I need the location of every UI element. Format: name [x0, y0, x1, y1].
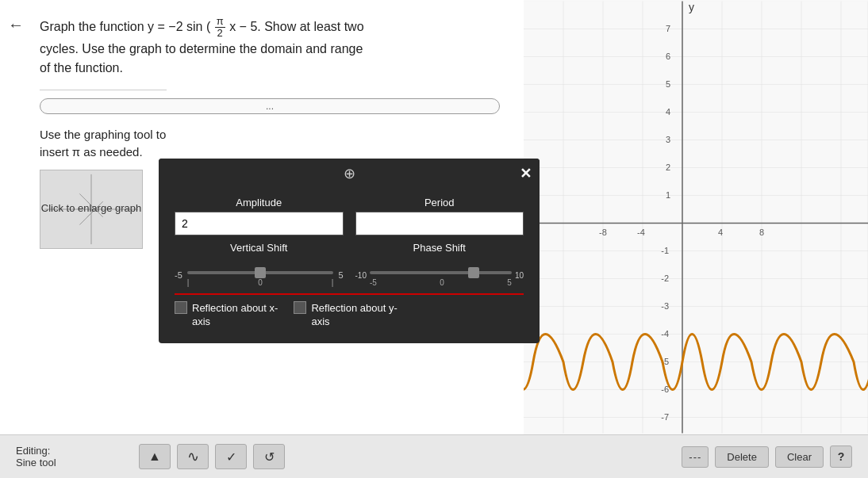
open-paren: ( — [206, 20, 210, 33]
graph-svg: y 1 2 3 4 5 6 7 -1 -2 -3 -4 -5 -6 -7 -4 … — [524, 0, 868, 434]
period-field: Period — [355, 197, 524, 235]
wave-tool-button[interactable]: ∿ — [177, 444, 209, 469]
graph-thumbnail[interactable]: Click to enlarge graph — [40, 170, 143, 249]
y-axis-label: y — [689, 1, 694, 13]
back-button[interactable]: ← — [8, 16, 24, 34]
check-icon: ✓ — [226, 449, 236, 465]
ps-tick-neg5: -5 — [370, 278, 377, 287]
y-tick-6: 6 — [666, 52, 670, 61]
ps-tick-5: 5 — [507, 278, 512, 287]
period-input[interactable] — [355, 212, 524, 235]
sine-tool-text: Sine tool — [16, 457, 79, 468]
y-tick-neg7: -7 — [661, 412, 669, 422]
amplitude-label: Amplitude — [175, 197, 344, 208]
left-panel: ← Graph the function y = −2 sin ( π 2 x … — [0, 0, 524, 434]
reflection-y-item: Reflection about y- axis — [294, 301, 397, 327]
y-tick-7: 7 — [666, 24, 670, 33]
reflection-x-label: Reflection about x- — [192, 302, 278, 314]
x-tick-neg4: -4 — [637, 228, 645, 237]
vertical-shift-slider[interactable] — [187, 271, 334, 274]
period-label: Period — [355, 197, 524, 208]
modal-close-button[interactable]: ✕ — [520, 165, 532, 182]
reflection-y-label: Reflection about y- — [311, 302, 397, 314]
y-tick-3: 3 — [666, 135, 670, 144]
modal-move-icon[interactable]: ⊕ — [344, 165, 355, 182]
x-tick-4: 4 — [718, 228, 723, 237]
editing-label: Editing: Sine tool — [16, 445, 79, 468]
amplitude-period-row: Amplitude Period — [175, 197, 524, 235]
y-tick-neg4: -4 — [661, 329, 669, 338]
bottom-toolbar: Editing: Sine tool ▲ ∿ ✓ ↺ --- Delete Cl… — [0, 434, 868, 478]
reflection-x-item: Reflection about x- axis — [175, 301, 278, 327]
problem-text-part2: x − 5. Show at least two — [229, 20, 363, 33]
ps-tick-0: 0 — [440, 278, 444, 287]
use-graphing-text: Use the graphing tool to insert π as nee… — [40, 126, 500, 162]
phase-shift-label-field: Phase Shift — [355, 242, 524, 257]
rotate-tool-button[interactable]: ↺ — [253, 444, 285, 469]
y-tick-1: 1 — [666, 190, 670, 200]
checkbox-row: Reflection about x- axis Reflection abou… — [175, 301, 524, 327]
vertical-shift-slider-field: -5 | 0 | 5 — [175, 263, 344, 287]
graphing-tool-modal: ⊕ ✕ Amplitude Period — [159, 159, 540, 343]
cursor-tool-button[interactable]: ▲ — [139, 444, 171, 469]
ps-min-label: -10 — [355, 271, 367, 280]
clear-button[interactable]: Clear — [775, 446, 824, 468]
thumbnail-text: Click to enlarge graph — [41, 202, 141, 216]
phase-shift-slider-container: -5 0 5 — [370, 263, 512, 287]
modal-header: ⊕ ✕ — [159, 159, 540, 189]
fraction-denominator: 2 — [216, 28, 225, 39]
reflection-x-line: Reflection about x- — [175, 301, 278, 314]
fraction-numerator: π — [215, 16, 225, 28]
rotate-icon: ↺ — [264, 449, 275, 465]
y-tick-4: 4 — [666, 107, 670, 117]
toolbar-right: --- Delete Clear ? — [682, 445, 852, 468]
divider — [40, 90, 167, 90]
reflection-y-line: Reflection about y- — [294, 301, 397, 314]
reflection-x-checkbox[interactable] — [175, 301, 187, 314]
problem-text-part3: cycles. Use the graph to determine the d… — [40, 42, 363, 55]
vs-max-label: 5 — [338, 270, 343, 280]
red-indicator — [175, 293, 524, 295]
fraction: π 2 — [215, 16, 225, 40]
cursor-icon: ▲ — [148, 449, 161, 464]
help-button[interactable]: ? — [830, 445, 852, 468]
dash-button[interactable]: --- — [682, 446, 709, 468]
modal-body: Amplitude Period Vertical Shift Phase Sh… — [159, 189, 540, 335]
shift-labels-row: Vertical Shift Phase Shift — [175, 242, 524, 257]
y-tick-5: 5 — [666, 79, 670, 89]
sliders-row: -5 | 0 | 5 — [175, 263, 524, 287]
ps-max-label: 10 — [515, 271, 524, 280]
delete-button[interactable]: Delete — [715, 446, 769, 468]
phase-shift-slider-field: -10 -5 0 5 10 — [355, 263, 524, 287]
wave-icon: ∿ — [187, 448, 199, 465]
vs-tick-5: | — [332, 278, 334, 287]
vertical-shift-label: Vertical Shift — [175, 242, 344, 254]
reflection-y-checkbox[interactable] — [294, 301, 306, 314]
reflection-y-sub: axis — [311, 315, 329, 327]
check-tool-button[interactable]: ✓ — [215, 444, 247, 469]
x-tick-8: 8 — [759, 228, 764, 237]
vs-min-label: -5 — [175, 270, 182, 280]
y-tick-neg2: -2 — [661, 273, 669, 283]
vs-tick-neg5: | — [187, 278, 190, 287]
reflection-x-sub: axis — [192, 315, 210, 327]
amplitude-input[interactable] — [175, 212, 344, 235]
graph-background — [524, 2, 868, 434]
vertical-shift-label-field: Vertical Shift — [175, 242, 344, 257]
phase-shift-label: Phase Shift — [355, 242, 524, 254]
phase-shift-slider[interactable] — [370, 271, 512, 274]
amplitude-field: Amplitude — [175, 197, 344, 235]
editing-text: Editing: — [16, 445, 79, 457]
ellipsis-button[interactable]: ... — [40, 98, 500, 114]
problem-text-part1: Graph the function y = −2 sin — [40, 20, 202, 33]
right-panel: y 1 2 3 4 5 6 7 -1 -2 -3 -4 -5 -6 -7 -4 … — [524, 0, 868, 434]
toolbar-tools: ▲ ∿ ✓ ↺ — [139, 444, 285, 469]
y-tick-2: 2 — [666, 163, 670, 172]
y-tick-neg1: -1 — [661, 246, 669, 255]
vs-tick-0: 0 — [258, 278, 263, 287]
problem-text: Graph the function y = −2 sin ( π 2 x − … — [40, 16, 500, 78]
y-tick-neg3: -3 — [661, 301, 669, 311]
vertical-shift-slider-container: | 0 | — [187, 263, 334, 287]
x-tick-neg8: -8 — [599, 228, 607, 237]
problem-text-part4: of the function. — [40, 61, 123, 75]
